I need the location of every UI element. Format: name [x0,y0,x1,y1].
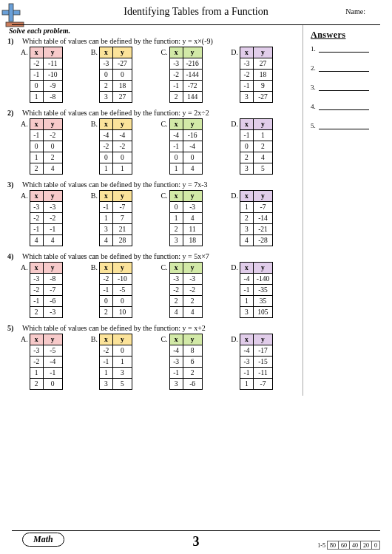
option[interactable]: A.xy-1-2001224 [21,118,88,175]
option[interactable]: A.xy-3-3-2-2-1-144 [21,190,88,246]
table-row: -20 [99,345,132,357]
cell-x: 1 [240,296,253,307]
table-row: -2-2 [169,285,202,296]
cell-y: 35 [253,296,272,307]
cell-y: 18 [183,235,202,246]
table-row: 218 [99,81,132,92]
option[interactable]: C.xy-48-36-123-6 [161,334,229,390]
score-box: 0 [371,541,380,550]
cell-x: -1 [240,285,253,296]
col-x-header: x [30,119,43,130]
option[interactable]: A.xy-3-8-2-7-1-62-3 [21,262,88,318]
problem: 3)Which table of values can be defined b… [7,180,298,246]
col-y-header: y [183,263,202,274]
problem-question: 3)Which table of values can be defined b… [7,180,298,189]
xy-table: xy-2-10-1-500210 [99,262,132,318]
option[interactable]: B.xy-1-717321428 [91,190,158,246]
table-row: -1-7 [99,202,132,213]
option[interactable]: D.xy-327-218-193-27 [231,47,298,103]
cell-x: 3 [240,224,253,235]
cell-y: 9 [253,81,272,92]
cell-x: 2 [99,307,112,318]
problem-text: Which table of values can be defined by … [22,37,213,45]
table-row: -1-35 [240,285,272,296]
cell-x: 4 [169,307,183,318]
col-x-header: x [240,334,253,345]
table-row: 2-14 [240,213,272,224]
header-bar: Identifying Tables from a Function Name: [12,0,380,25]
problem: 2)Which table of values can be defined b… [7,109,298,175]
cell-x: 1 [30,152,43,163]
option[interactable]: B.xy-20-111335 [91,334,158,390]
cell-y: -27 [112,58,132,70]
table-row: -4-4 [99,130,132,141]
cell-x: 2 [169,92,183,103]
cell-y: 7 [112,213,132,224]
table-row: 00 [99,152,132,163]
table-row: -1-6 [30,296,62,307]
cell-x: -3 [99,58,112,70]
problem-text: Which table of values can be defined by … [22,109,209,117]
cell-x: 2 [99,81,112,92]
xy-table: xy-20-111335 [99,334,132,390]
table-row: -3-27 [99,58,132,70]
answer-blank[interactable] [319,122,369,129]
score-box: 40 [349,541,361,550]
cell-y: 27 [253,58,272,70]
option[interactable]: B.xy-4-4-2-20011 [91,118,158,175]
table-row: 12 [30,152,62,163]
cell-x: 1 [30,92,43,103]
cell-y: 2 [183,368,202,379]
option[interactable]: D.xy1-72-143-214-28 [231,190,298,246]
table-row: -2-2 [99,141,132,152]
table-row: -1-2 [30,130,62,141]
option[interactable]: C.xy-4-16-1-40014 [161,118,229,175]
option[interactable]: C.xy-3-3-2-22244 [161,262,229,318]
cell-x: 1 [30,368,43,379]
cell-y: 27 [112,92,132,103]
table-row: -1-5 [99,285,132,296]
answer-line: 4. [311,103,377,110]
cell-x: -3 [169,58,183,70]
cell-x: 1 [99,368,112,379]
table-row: 14 [169,213,202,224]
options-row: A.xy-2-11-1-100-91-8B.xy-3-2700218327C.x… [7,47,298,103]
cell-y: -144 [183,70,202,81]
cell-x: 0 [99,152,112,163]
option-label: A. [21,120,28,128]
option[interactable]: C.xy0-314211318 [161,190,229,246]
cell-x: 0 [30,141,43,152]
option[interactable]: A.xy-3-5-2-41-120 [21,334,88,390]
answer-blank[interactable] [319,64,369,72]
cell-x: -1 [30,70,43,81]
cell-x: 2 [240,213,253,224]
problem: 4)Which table of values can be defined b… [7,252,298,318]
option-label: A. [21,263,28,271]
cell-x: 3 [99,92,112,103]
xy-table: xy-3-5-2-41-120 [30,334,63,390]
option[interactable]: B.xy-3-2700218327 [91,47,158,103]
option[interactable]: D.xy-4-140-1-351353105 [231,262,298,318]
option[interactable]: D.xy-11022435 [231,118,298,175]
cell-x: 3 [169,235,183,246]
cell-y: -4 [43,357,62,368]
cell-x: 3 [240,163,253,175]
table-row: 135 [240,296,272,307]
option-label: C. [161,120,168,128]
table-row: 24 [30,163,62,175]
answer-blank[interactable] [319,84,369,91]
cell-y: -6 [43,296,62,307]
cell-y: 10 [112,307,132,318]
option[interactable]: A.xy-2-11-1-100-91-8 [21,47,88,103]
cell-x: -4 [169,345,183,357]
answer-blank[interactable] [319,45,369,53]
answer-blank[interactable] [319,103,369,110]
cell-x: 1 [99,213,112,224]
option[interactable]: B.xy-2-10-1-500210 [91,262,158,318]
table-row: 210 [99,307,132,318]
answer-blanks-container: 1.2.3.4.5. [311,45,377,129]
option[interactable]: C.xy-3-216-2-144-1-722144 [161,47,229,103]
answer-line: 2. [311,64,377,72]
col-y-header: y [43,263,62,274]
option[interactable]: D.xy-4-17-3-15-1-111-7 [231,334,298,390]
